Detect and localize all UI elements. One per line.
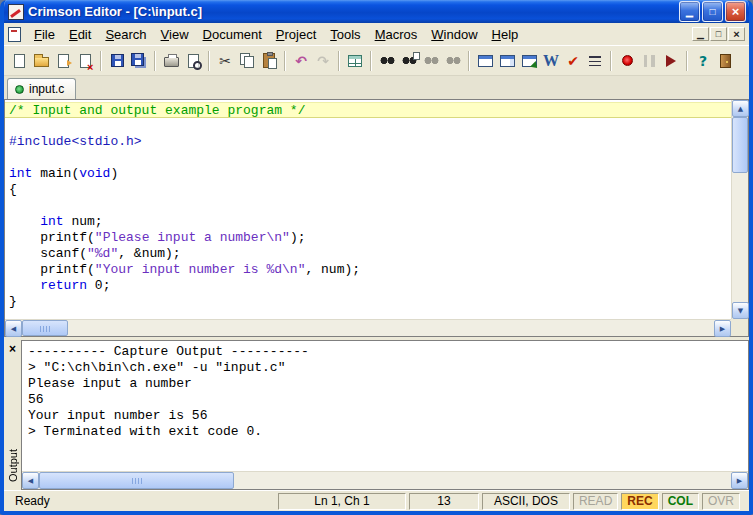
menu-search[interactable]: Search [98,24,153,45]
macro-pause-icon [644,55,655,67]
project-workspace-button[interactable] [496,50,518,72]
save-button[interactable] [106,50,128,72]
toolbar-separator [468,51,470,71]
code-line: /* Input and output example program */ [5,102,731,118]
code-area[interactable]: /* Input and output example program */ #… [5,100,731,319]
toolbar-separator [100,51,102,71]
redo-icon: ↷ [317,54,329,68]
status-flag-col: COL [662,493,699,510]
close-file-button[interactable] [74,50,96,72]
html-table-button[interactable] [344,50,366,72]
close-file-icon [80,54,91,68]
print-button[interactable] [160,50,182,72]
mdi-minimize-button[interactable]: ▁ [692,27,709,41]
toolbar-separator [686,51,688,71]
maximize-button[interactable]: □ [702,1,723,22]
menu-document[interactable]: Document [196,24,269,45]
editor-horizontal-scrollbar[interactable] [5,319,731,336]
find-in-files-button[interactable] [398,50,420,72]
status-encoding: ASCII, DOS [482,493,570,510]
sort-button[interactable] [584,50,606,72]
scroll-down-button[interactable] [732,302,749,319]
open-file-icon [34,57,49,67]
redo-button: ↷ [312,50,334,72]
output-text[interactable]: ---------- Capture Output ----------> "C… [22,341,748,471]
save-all-button[interactable] [128,50,150,72]
tab-input-c[interactable]: input.c [7,78,76,99]
minimize-button[interactable]: ▁ [679,1,700,22]
menu-edit[interactable]: Edit [62,24,98,45]
output-horizontal-scrollbar[interactable] [22,471,748,489]
browser-preview-button[interactable] [518,50,540,72]
vertical-scroll-track[interactable] [732,117,748,302]
output-scroll-thumb[interactable] [39,472,234,489]
scroll-up-button[interactable] [732,100,749,117]
macro-record-button[interactable] [616,50,638,72]
copy-button[interactable] [236,50,258,72]
mdi-restore-button[interactable]: □ [710,27,727,41]
toolbar-separator [338,51,340,71]
code-line: #include<stdio.h> [5,134,731,150]
exit-button[interactable] [714,50,736,72]
find-next-button [420,50,442,72]
save-icon [111,54,124,67]
ms-word-button[interactable]: W [540,50,562,72]
scroll-right-button[interactable] [714,320,731,337]
find-icon [380,56,395,65]
output-line: ---------- Capture Output ---------- [28,344,748,360]
new-file-button[interactable] [8,50,30,72]
output-scroll-right-button[interactable] [731,472,748,489]
spell-check-button[interactable]: ✔ [562,50,584,72]
status-flag-read: READ [573,493,618,510]
menubar: FileEditSearchViewDocumentProjectToolsMa… [4,23,749,45]
menu-project[interactable]: Project [269,24,323,45]
status-ready: Ready [7,493,275,510]
editor-vertical-scrollbar[interactable] [731,100,748,319]
window-controls: ▁□× [679,1,749,22]
open-file-button[interactable] [30,50,52,72]
output-sidebar: × Output [4,340,21,490]
code-line: printf("Your input number is %d\n", num)… [5,262,731,278]
browser-preview-icon [522,55,537,67]
cut-button[interactable]: ✂ [214,50,236,72]
menu-help[interactable]: Help [485,24,526,45]
horizontal-scroll-thumb[interactable] [22,320,68,336]
menu-window[interactable]: Window [424,24,484,45]
output-scroll-track[interactable] [39,472,731,489]
horizontal-scroll-track[interactable] [22,320,714,336]
menu-macros[interactable]: Macros [368,24,425,45]
menu-view[interactable]: View [154,24,196,45]
reopen-file-icon [58,54,69,68]
code-line: int main(void) [5,166,731,182]
macro-play-button[interactable] [660,50,682,72]
close-output-button[interactable]: × [6,342,19,355]
project-files-button[interactable] [474,50,496,72]
paste-button[interactable] [258,50,280,72]
project-workspace-icon [500,55,515,67]
menu-tools[interactable]: Tools [323,24,367,45]
status-flag-ovr: OVR [702,493,740,510]
tab-bar: input.c [4,75,749,99]
mdi-close-button[interactable]: × [728,27,745,41]
find-button[interactable] [376,50,398,72]
menu-items: FileEditSearchViewDocumentProjectToolsMa… [27,24,525,45]
undo-button[interactable]: ↶ [290,50,312,72]
toolbar-separator [370,51,372,71]
scroll-left-button[interactable] [5,320,22,337]
editor: /* Input and output example program */ #… [4,99,749,337]
undo-icon: ↶ [295,54,307,68]
copy-icon [240,53,254,68]
titlebar[interactable]: Crimson Editor - [C:\input.c] ▁□× [4,0,749,23]
reopen-file-button[interactable] [52,50,74,72]
status-bar: Ready Ln 1, Ch 1 13 ASCII, DOS READRECCO… [4,490,749,511]
output-scroll-left-button[interactable] [22,472,39,489]
print-preview-button[interactable] [182,50,204,72]
code-line: int num; [5,214,731,230]
status-flags: READRECCOLOVR [573,493,740,510]
close-button[interactable]: × [725,1,746,22]
menu-file[interactable]: File [27,24,62,45]
help-button[interactable]: ? [692,50,714,72]
print-icon [164,57,179,67]
code-line [5,198,731,214]
vertical-scroll-thumb[interactable] [732,117,748,173]
